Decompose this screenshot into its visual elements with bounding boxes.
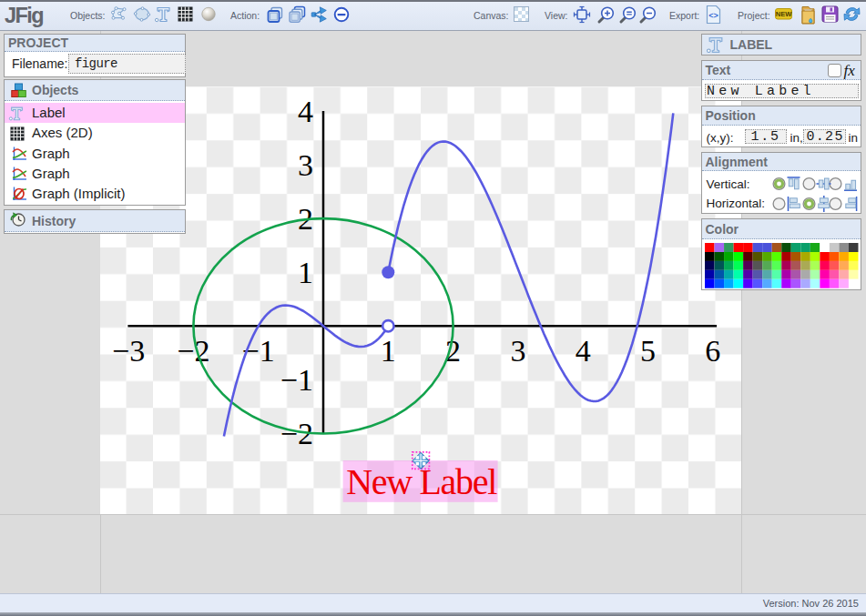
svg-text:−1: −1 (280, 363, 313, 397)
svg-text:1: 1 (298, 256, 313, 289)
svg-text:4: 4 (298, 95, 313, 128)
svg-text:3: 3 (298, 148, 313, 182)
svg-text:<>: <> (708, 11, 718, 20)
svg-text:3: 3 (510, 334, 525, 368)
svg-text:NEW: NEW (776, 10, 792, 18)
svg-text:−3: −3 (112, 334, 145, 368)
svg-text:5: 5 (640, 334, 656, 368)
svg-text:6: 6 (705, 334, 720, 368)
svg-text:1: 1 (381, 334, 396, 368)
svg-text:4: 4 (576, 334, 591, 368)
